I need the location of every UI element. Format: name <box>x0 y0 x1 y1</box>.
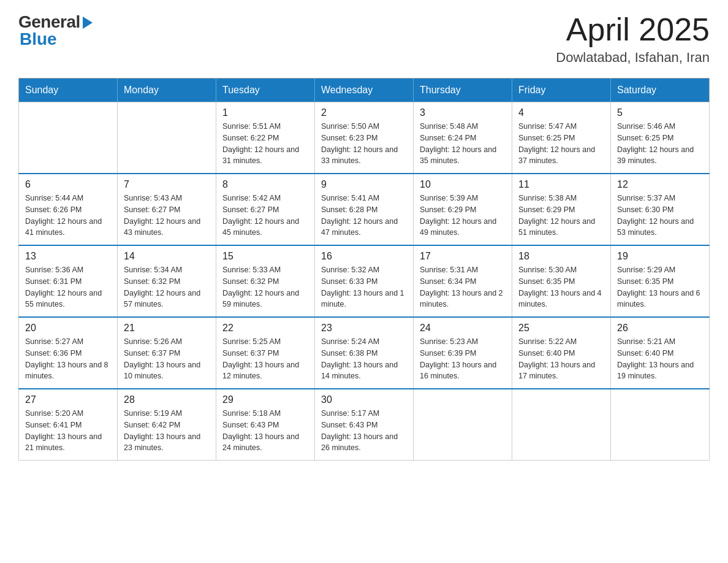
day-number: 24 <box>420 323 506 334</box>
day-number: 26 <box>617 323 703 334</box>
day-number: 28 <box>124 394 210 405</box>
day-number: 29 <box>222 394 308 405</box>
day-number: 16 <box>321 251 407 262</box>
day-number: 12 <box>617 179 703 190</box>
calendar-cell: 16Sunrise: 5:32 AMSunset: 6:33 PMDayligh… <box>315 245 414 317</box>
logo-blue-text: Blue <box>18 29 57 49</box>
weekday-header-friday: Friday <box>512 79 611 102</box>
calendar-cell: 19Sunrise: 5:29 AMSunset: 6:35 PMDayligh… <box>611 245 710 317</box>
calendar-cell: 11Sunrise: 5:38 AMSunset: 6:29 PMDayligh… <box>512 174 611 245</box>
day-info: Sunrise: 5:32 AMSunset: 6:33 PMDaylight:… <box>321 264 407 310</box>
day-info: Sunrise: 5:37 AMSunset: 6:30 PMDaylight:… <box>617 193 703 239</box>
day-number: 27 <box>25 394 111 405</box>
logo-arrow-icon <box>83 17 93 29</box>
day-info: Sunrise: 5:48 AMSunset: 6:24 PMDaylight:… <box>420 121 506 167</box>
calendar-cell: 20Sunrise: 5:27 AMSunset: 6:36 PMDayligh… <box>19 317 118 389</box>
weekday-header-wednesday: Wednesday <box>315 79 414 102</box>
day-number: 30 <box>321 394 407 405</box>
calendar-week-row: 20Sunrise: 5:27 AMSunset: 6:36 PMDayligh… <box>19 317 710 389</box>
calendar-cell: 24Sunrise: 5:23 AMSunset: 6:39 PMDayligh… <box>414 317 512 389</box>
weekday-header-sunday: Sunday <box>19 79 118 102</box>
title-section: April 2025 Dowlatabad, Isfahan, Iran <box>556 12 710 66</box>
day-info: Sunrise: 5:24 AMSunset: 6:38 PMDaylight:… <box>321 336 407 382</box>
day-number: 14 <box>124 251 210 262</box>
page-header: General Blue April 2025 Dowlatabad, Isfa… <box>18 12 710 66</box>
day-info: Sunrise: 5:36 AMSunset: 6:31 PMDaylight:… <box>25 264 111 310</box>
calendar-header-row: SundayMondayTuesdayWednesdayThursdayFrid… <box>19 79 710 102</box>
day-number: 8 <box>222 179 308 190</box>
day-info: Sunrise: 5:39 AMSunset: 6:29 PMDaylight:… <box>420 193 506 239</box>
day-number: 21 <box>124 323 210 334</box>
day-info: Sunrise: 5:25 AMSunset: 6:37 PMDaylight:… <box>222 336 308 382</box>
calendar-cell: 10Sunrise: 5:39 AMSunset: 6:29 PMDayligh… <box>414 174 512 245</box>
day-info: Sunrise: 5:31 AMSunset: 6:34 PMDaylight:… <box>420 264 506 310</box>
day-info: Sunrise: 5:27 AMSunset: 6:36 PMDaylight:… <box>25 336 111 382</box>
calendar-cell: 17Sunrise: 5:31 AMSunset: 6:34 PMDayligh… <box>414 245 512 317</box>
calendar-cell: 29Sunrise: 5:18 AMSunset: 6:43 PMDayligh… <box>216 389 315 461</box>
calendar-cell: 6Sunrise: 5:44 AMSunset: 6:26 PMDaylight… <box>19 174 118 245</box>
day-info: Sunrise: 5:21 AMSunset: 6:40 PMDaylight:… <box>617 336 703 382</box>
day-number: 20 <box>25 323 111 334</box>
weekday-header-monday: Monday <box>118 79 216 102</box>
weekday-header-thursday: Thursday <box>414 79 512 102</box>
calendar-week-row: 6Sunrise: 5:44 AMSunset: 6:26 PMDaylight… <box>19 174 710 245</box>
day-info: Sunrise: 5:41 AMSunset: 6:28 PMDaylight:… <box>321 193 407 239</box>
calendar-cell: 13Sunrise: 5:36 AMSunset: 6:31 PMDayligh… <box>19 245 118 317</box>
day-info: Sunrise: 5:33 AMSunset: 6:32 PMDaylight:… <box>222 264 308 310</box>
calendar-cell: 9Sunrise: 5:41 AMSunset: 6:28 PMDaylight… <box>315 174 414 245</box>
day-info: Sunrise: 5:46 AMSunset: 6:25 PMDaylight:… <box>617 121 703 167</box>
calendar-cell: 23Sunrise: 5:24 AMSunset: 6:38 PMDayligh… <box>315 317 414 389</box>
weekday-header-saturday: Saturday <box>611 79 710 102</box>
calendar-cell: 26Sunrise: 5:21 AMSunset: 6:40 PMDayligh… <box>611 317 710 389</box>
day-info: Sunrise: 5:29 AMSunset: 6:35 PMDaylight:… <box>617 264 703 310</box>
day-number: 23 <box>321 323 407 334</box>
day-info: Sunrise: 5:44 AMSunset: 6:26 PMDaylight:… <box>25 193 111 239</box>
calendar-cell <box>611 389 710 461</box>
calendar-cell: 22Sunrise: 5:25 AMSunset: 6:37 PMDayligh… <box>216 317 315 389</box>
calendar-cell <box>414 389 512 461</box>
day-info: Sunrise: 5:22 AMSunset: 6:40 PMDaylight:… <box>518 336 604 382</box>
calendar-week-row: 27Sunrise: 5:20 AMSunset: 6:41 PMDayligh… <box>19 389 710 461</box>
day-info: Sunrise: 5:26 AMSunset: 6:37 PMDaylight:… <box>124 336 210 382</box>
calendar-cell: 8Sunrise: 5:42 AMSunset: 6:27 PMDaylight… <box>216 174 315 245</box>
day-info: Sunrise: 5:19 AMSunset: 6:42 PMDaylight:… <box>124 408 210 454</box>
day-info: Sunrise: 5:43 AMSunset: 6:27 PMDaylight:… <box>124 193 210 239</box>
calendar-cell: 25Sunrise: 5:22 AMSunset: 6:40 PMDayligh… <box>512 317 611 389</box>
day-number: 15 <box>222 251 308 262</box>
calendar-cell: 1Sunrise: 5:51 AMSunset: 6:22 PMDaylight… <box>216 102 315 174</box>
calendar-cell: 21Sunrise: 5:26 AMSunset: 6:37 PMDayligh… <box>118 317 216 389</box>
day-info: Sunrise: 5:20 AMSunset: 6:41 PMDaylight:… <box>25 408 111 454</box>
calendar-cell <box>118 102 216 174</box>
logo: General Blue <box>18 12 93 49</box>
calendar-cell: 7Sunrise: 5:43 AMSunset: 6:27 PMDaylight… <box>118 174 216 245</box>
day-info: Sunrise: 5:47 AMSunset: 6:25 PMDaylight:… <box>518 121 604 167</box>
day-number: 17 <box>420 251 506 262</box>
day-info: Sunrise: 5:42 AMSunset: 6:27 PMDaylight:… <box>222 193 308 239</box>
calendar-cell: 28Sunrise: 5:19 AMSunset: 6:42 PMDayligh… <box>118 389 216 461</box>
calendar-cell: 18Sunrise: 5:30 AMSunset: 6:35 PMDayligh… <box>512 245 611 317</box>
day-number: 2 <box>321 107 407 118</box>
day-info: Sunrise: 5:17 AMSunset: 6:43 PMDaylight:… <box>321 408 407 454</box>
calendar-week-row: 1Sunrise: 5:51 AMSunset: 6:22 PMDaylight… <box>19 102 710 174</box>
day-number: 22 <box>222 323 308 334</box>
day-info: Sunrise: 5:34 AMSunset: 6:32 PMDaylight:… <box>124 264 210 310</box>
day-number: 6 <box>25 179 111 190</box>
day-number: 11 <box>518 179 604 190</box>
day-info: Sunrise: 5:18 AMSunset: 6:43 PMDaylight:… <box>222 408 308 454</box>
day-number: 18 <box>518 251 604 262</box>
calendar-cell <box>512 389 611 461</box>
day-info: Sunrise: 5:51 AMSunset: 6:22 PMDaylight:… <box>222 121 308 167</box>
day-number: 1 <box>222 107 308 118</box>
calendar-cell: 14Sunrise: 5:34 AMSunset: 6:32 PMDayligh… <box>118 245 216 317</box>
day-number: 13 <box>25 251 111 262</box>
day-number: 4 <box>518 107 604 118</box>
day-number: 5 <box>617 107 703 118</box>
day-info: Sunrise: 5:30 AMSunset: 6:35 PMDaylight:… <box>518 264 604 310</box>
day-number: 7 <box>124 179 210 190</box>
calendar-cell: 27Sunrise: 5:20 AMSunset: 6:41 PMDayligh… <box>19 389 118 461</box>
calendar-cell: 4Sunrise: 5:47 AMSunset: 6:25 PMDaylight… <box>512 102 611 174</box>
day-number: 10 <box>420 179 506 190</box>
calendar-cell: 12Sunrise: 5:37 AMSunset: 6:30 PMDayligh… <box>611 174 710 245</box>
day-number: 25 <box>518 323 604 334</box>
calendar-table: SundayMondayTuesdayWednesdayThursdayFrid… <box>18 78 710 461</box>
